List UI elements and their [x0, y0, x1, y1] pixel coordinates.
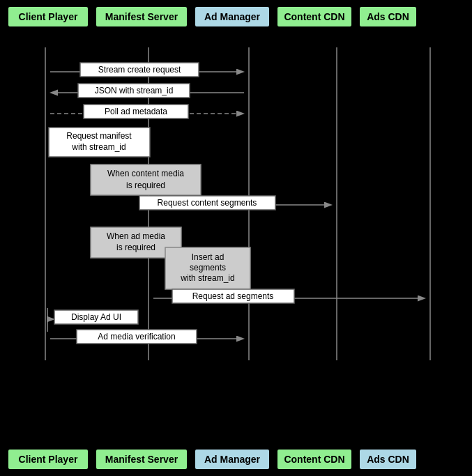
note-insert-ad-2: segments: [190, 263, 226, 272]
actor-admanager-header: Ad Manager: [194, 6, 271, 28]
actor-contentcdn-header: Content CDN: [276, 6, 353, 28]
msg-stream-create: Stream create request: [98, 65, 181, 75]
footer-bar: Client Player Manifest Server Ad Manager…: [0, 443, 472, 476]
msg-request-content-segments: Request content segments: [158, 198, 257, 208]
actor-client-footer: Client Player: [7, 448, 89, 470]
note-ad-media-1: When ad media: [107, 231, 165, 241]
actor-contentcdn-footer: Content CDN: [276, 448, 353, 470]
msg-display-ad-ui: Display Ad UI: [71, 312, 121, 322]
msg-request-manifest-1: Request manifest: [66, 131, 132, 141]
note-content-media-1: When content media: [107, 169, 184, 178]
msg-request-manifest-2: with stream_id: [71, 142, 125, 152]
header-bar: Client Player Manifest Server Ad Manager…: [0, 0, 472, 33]
actor-admanager-footer: Ad Manager: [194, 448, 271, 470]
actor-manifest-header: Manifest Server: [95, 6, 188, 28]
actor-adscdn-footer: Ads CDN: [358, 448, 418, 470]
msg-ad-media-verification: Ad media verification: [98, 332, 175, 341]
msg-poll-ad-metadata: Poll ad metadata: [105, 107, 167, 116]
msg-json-streamid: JSON with stream_id: [95, 86, 174, 95]
actor-adscdn-header: Ads CDN: [358, 6, 418, 28]
note-content-media-2: is required: [126, 181, 165, 190]
note-ad-media-2: is required: [116, 243, 155, 252]
actor-manifest-footer: Manifest Server: [95, 448, 188, 470]
note-insert-ad-3: with stream_id: [180, 273, 234, 283]
actor-client-header: Client Player: [7, 6, 89, 28]
sequence-diagram: Stream create request JSON with stream_i…: [0, 47, 472, 429]
note-insert-ad-1: Insert ad: [192, 252, 224, 262]
msg-request-ad-segments: Request ad segments: [192, 291, 274, 301]
